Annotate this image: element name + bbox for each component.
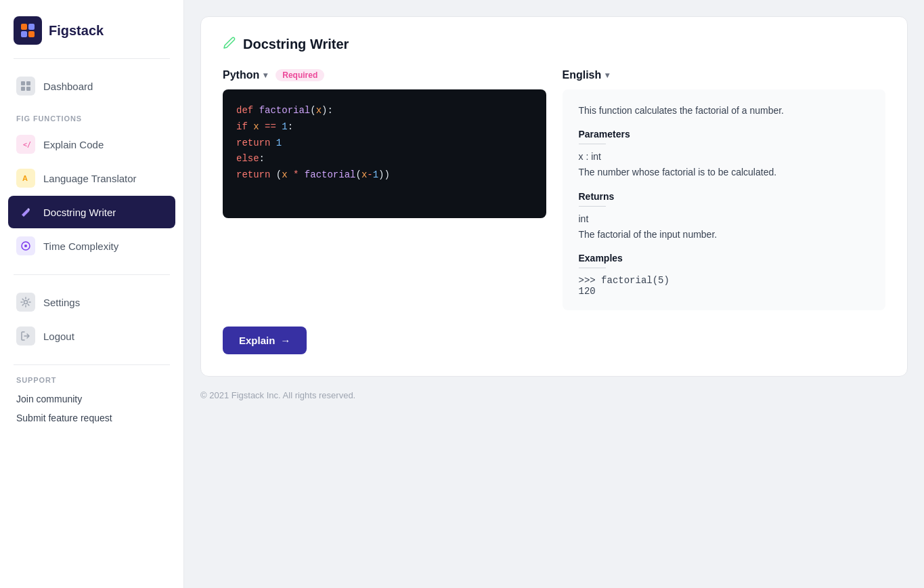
sidebar-item-label-logout: Logout xyxy=(43,331,74,342)
sidebar-item-explain-code[interactable]: </> Explain Code xyxy=(8,128,175,161)
svg-text:A: A xyxy=(22,174,28,182)
sidebar-section-label: FIG FUNCTIONS xyxy=(8,104,175,128)
python-language-label: Python xyxy=(223,69,259,81)
code-line-5: return (x * factorial(x-1)) xyxy=(236,167,533,184)
svg-rect-7 xyxy=(26,87,30,91)
sidebar-nav: Dashboard FIG FUNCTIONS </> Explain Code… xyxy=(0,59,183,274)
code-line-3: return 1 xyxy=(236,135,533,152)
support-label: SUPPORT xyxy=(8,376,175,390)
examples-section: Examples >>> factorial(5) 120 xyxy=(579,253,870,297)
footer: © 2021 Figstack Inc. All rights reserved… xyxy=(200,377,908,400)
logo-text: Figstack xyxy=(49,23,104,39)
examples-divider xyxy=(579,268,606,268)
left-panel: Python ▾ Required def factorial(x): if x… xyxy=(223,69,546,310)
svg-rect-1 xyxy=(28,24,35,30)
join-community-link[interactable]: Join community xyxy=(8,390,175,408)
explain-button-label: Explain xyxy=(239,335,275,346)
output-panel: This function calculates the factorial o… xyxy=(563,89,886,310)
sidebar-item-language-translator[interactable]: A Language Translator xyxy=(8,162,175,194)
required-badge: Required xyxy=(276,69,324,81)
docstring-icon xyxy=(16,203,35,222)
param-name: x : int xyxy=(579,151,870,162)
return-desc: The factorial of the input number. xyxy=(579,227,870,242)
logout-icon xyxy=(16,327,35,345)
logo-area: Figstack xyxy=(0,0,183,58)
sidebar-item-time-complexity[interactable]: Time Complexity xyxy=(8,230,175,262)
svg-rect-3 xyxy=(28,31,35,37)
sidebar-item-label-dashboard: Dashboard xyxy=(43,81,93,92)
content-body: Python ▾ Required def factorial(x): if x… xyxy=(223,69,885,310)
pencil-icon xyxy=(223,36,236,53)
english-language-selector[interactable]: English ▾ xyxy=(563,69,610,81)
sidebar-item-label-translator: Language Translator xyxy=(43,173,137,184)
python-language-selector[interactable]: Python ▾ xyxy=(223,69,267,81)
sidebar-bottom-nav: Settings Logout xyxy=(0,275,183,364)
sidebar-item-docstring-writer[interactable]: Docstring Writer xyxy=(8,196,175,228)
card-header: Docstring Writer xyxy=(223,36,885,53)
explain-arrow-icon: → xyxy=(280,335,290,346)
svg-rect-6 xyxy=(21,87,25,91)
explain-button[interactable]: Explain → xyxy=(223,327,307,354)
submit-feature-link[interactable]: Submit feature request xyxy=(8,408,175,427)
sidebar-item-settings[interactable]: Settings xyxy=(8,286,175,318)
right-panel-header: English ▾ xyxy=(563,69,886,81)
support-section: SUPPORT Join community Submit feature re… xyxy=(0,365,183,438)
english-language-label: English xyxy=(563,69,602,81)
svg-rect-2 xyxy=(21,31,27,37)
sidebar-item-label-explain: Explain Code xyxy=(43,139,104,150)
returns-title: Returns xyxy=(579,191,870,202)
code-line-4: else: xyxy=(236,151,533,167)
returns-divider xyxy=(579,206,606,207)
output-description: This function calculates the factorial o… xyxy=(579,103,870,118)
settings-icon xyxy=(16,293,35,312)
main-content: Docstring Writer Python ▾ Required def f… xyxy=(184,0,924,588)
parameters-divider xyxy=(579,144,606,144)
python-chevron-icon: ▾ xyxy=(263,70,267,80)
logo-icon xyxy=(14,16,42,45)
explain-code-icon: </> xyxy=(16,135,35,154)
examples-title: Examples xyxy=(579,253,870,264)
sidebar-item-label-settings: Settings xyxy=(43,297,80,308)
sidebar-item-label-docstring: Docstring Writer xyxy=(43,207,116,218)
english-chevron-icon: ▾ xyxy=(605,70,609,80)
param-desc: The number whose factorial is to be calc… xyxy=(579,165,870,180)
returns-section: Returns int The factorial of the input n… xyxy=(579,191,870,242)
code-line-2: if x == 1: xyxy=(236,119,533,135)
left-panel-header: Python ▾ Required xyxy=(223,69,546,81)
svg-point-14 xyxy=(24,301,28,304)
card-title: Docstring Writer xyxy=(243,37,349,52)
dashboard-icon xyxy=(16,77,35,96)
sidebar: Figstack Dashboard FIG FUNCTIONS </> xyxy=(0,0,184,588)
code-line-1: def factorial(x): xyxy=(236,103,533,119)
right-panel: English ▾ This function calculates the f… xyxy=(563,69,886,310)
svg-rect-0 xyxy=(21,24,27,30)
code-editor[interactable]: def factorial(x): if x == 1: return 1 el… xyxy=(223,89,546,218)
parameters-section: Parameters x : int The number whose fact… xyxy=(579,129,870,180)
example-call: >>> factorial(5) xyxy=(579,275,870,286)
example-result: 120 xyxy=(579,286,870,297)
docstring-card: Docstring Writer Python ▾ Required def f… xyxy=(200,16,908,377)
footer-text: © 2021 Figstack Inc. All rights reserved… xyxy=(200,390,355,400)
svg-point-13 xyxy=(24,245,27,247)
return-type: int xyxy=(579,213,870,224)
parameters-title: Parameters xyxy=(579,129,870,140)
translator-icon: A xyxy=(16,169,35,188)
complexity-icon xyxy=(16,236,35,255)
svg-rect-4 xyxy=(21,81,25,85)
sidebar-item-dashboard[interactable]: Dashboard xyxy=(8,70,175,102)
svg-text:</>: </> xyxy=(23,141,31,148)
sidebar-item-label-complexity: Time Complexity xyxy=(43,240,118,252)
sidebar-item-logout[interactable]: Logout xyxy=(8,320,175,352)
svg-rect-5 xyxy=(26,81,30,85)
